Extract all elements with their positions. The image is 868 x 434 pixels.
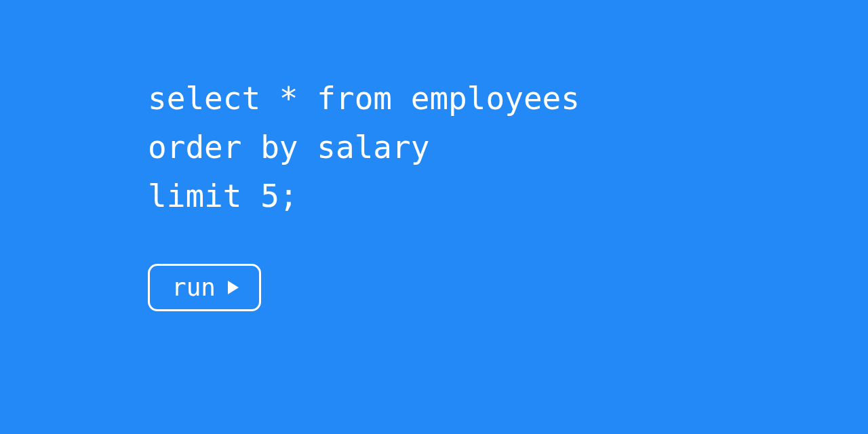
query-editor-panel: select * from employees order by salary …: [0, 0, 868, 311]
sql-query[interactable]: select * from employees order by salary …: [148, 75, 868, 220]
run-button[interactable]: run: [148, 264, 261, 311]
run-button-label: run: [172, 275, 216, 300]
action-row: run: [148, 264, 868, 311]
sql-query-line: order by salary: [148, 123, 868, 172]
sql-query-line: select * from employees: [148, 75, 868, 123]
play-icon: [228, 281, 239, 294]
sql-query-line: limit 5;: [148, 172, 868, 221]
